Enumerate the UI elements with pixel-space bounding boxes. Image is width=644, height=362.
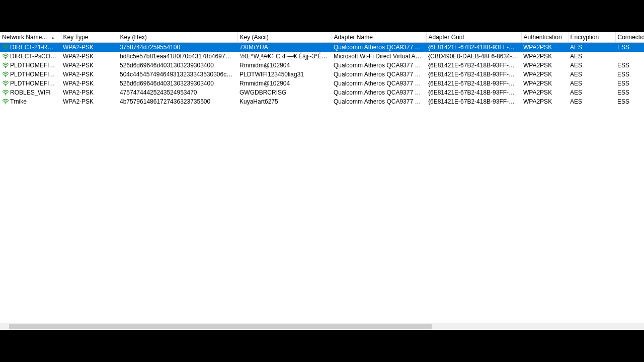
wifi-icon — [2, 45, 9, 51]
cell-ascii: KuyaHart6275 — [237, 97, 332, 106]
wifi-icon — [2, 71, 9, 77]
network-name-text: DIRECT-PsCOMP... — [10, 53, 61, 60]
cell-enc: AES — [568, 43, 615, 52]
network-name-text: ROBLES_WIFI — [10, 89, 51, 96]
cell-name: Trnike — [0, 97, 61, 106]
col-adapter-name[interactable]: Adapter Name — [332, 32, 426, 43]
cell-ascii: ½Œ^W¸ªA€÷ C ‹F—€ Éšjj~3*ÉÝ†:6¤ — [237, 52, 332, 61]
table-row[interactable]: PLDTHOMEFIBRTD...WPA2-PSK526d6d69646d403… — [0, 79, 644, 88]
cell-adapter: Qualcomm Atheros QCA9377 Wir... — [332, 88, 426, 97]
cell-name: PLDTHOMEFIBRTD... — [0, 79, 61, 88]
cell-name: PLDTHOMEFIBR_G... — [0, 70, 61, 79]
table-row[interactable]: DIRECT-PsCOMP...WPA2-PSKbd8c5e57b81eaa41… — [0, 52, 644, 61]
svg-point-3 — [5, 76, 6, 77]
cell-type: WPA2-PSK — [61, 61, 118, 70]
col-label: Network Name... — [2, 34, 47, 41]
cell-guid: {6E81421E-67B2-418B-93FF-B9DB... — [426, 61, 521, 70]
cell-auth: WPA2PSK — [521, 79, 568, 88]
cell-auth: WPA2PSK — [521, 88, 568, 97]
wifi-icon — [2, 53, 9, 59]
wifi-key-viewer-window: Network Name... ▴ Key Type Key (Hex) Key… — [0, 32, 644, 330]
col-authentication[interactable]: Authentication — [521, 32, 568, 43]
cell-auth: WPA2PSK — [521, 61, 568, 70]
col-key-type[interactable]: Key Type — [61, 32, 118, 43]
col-label: Authentication — [524, 34, 562, 41]
svg-point-2 — [5, 67, 6, 68]
cell-type: WPA2-PSK — [61, 97, 118, 106]
cell-conn — [615, 52, 644, 61]
cell-auth: WPA2PSK — [521, 43, 568, 52]
cell-hex: 4b7579614861727436323735500 — [118, 97, 237, 106]
col-adapter-guid[interactable]: Adapter Guid — [426, 32, 521, 43]
cell-hex: 504c445457494649313233343530306c69616733… — [118, 70, 237, 79]
cell-guid: {6E81421E-67B2-418B-93FF-B9DB... — [426, 88, 521, 97]
col-label: Key (Hex) — [120, 34, 147, 41]
cell-type: WPA2-PSK — [61, 52, 118, 61]
cell-ascii: GWGDBRCRISG — [237, 88, 332, 97]
cell-guid: {6E81421E-67B2-418B-93FF-B9DB... — [426, 43, 521, 52]
svg-point-4 — [5, 85, 6, 86]
col-label: Key (Ascii) — [240, 34, 269, 41]
table-row[interactable]: TrnikeWPA2-PSK4b757961486172743632373550… — [0, 97, 644, 106]
col-connection[interactable]: Connection — [615, 32, 644, 43]
cell-conn: ESS — [615, 43, 644, 52]
cell-enc: AES — [568, 61, 615, 70]
table-row[interactable]: DIRECT-21-RMX20...WPA2-PSK3758744d725955… — [0, 43, 644, 52]
cell-name: DIRECT-21-RMX20... — [0, 43, 61, 52]
svg-point-6 — [5, 104, 6, 105]
svg-point-1 — [5, 58, 6, 59]
cell-conn: ESS — [615, 88, 644, 97]
col-label: Key Type — [63, 34, 89, 41]
cell-hex: 3758744d7259554100 — [118, 43, 237, 52]
cell-name: PLDTHOMEFIBR5... — [0, 61, 61, 70]
table-row[interactable]: ROBLES_WIFIWPA2-PSK475747444252435249534… — [0, 88, 644, 97]
cell-type: WPA2-PSK — [61, 79, 118, 88]
cell-name: ROBLES_WIFI — [0, 88, 61, 97]
table-row[interactable]: PLDTHOMEFIBR5...WPA2-PSK526d6d69646d4031… — [0, 61, 644, 70]
col-encryption[interactable]: Encryption — [568, 32, 615, 43]
network-list[interactable]: Network Name... ▴ Key Type Key (Hex) Key… — [0, 32, 644, 323]
col-label: Connection — [618, 34, 645, 41]
col-key-hex[interactable]: Key (Hex) — [118, 32, 237, 43]
cell-ascii: Rmmidm@102904 — [237, 61, 332, 70]
cell-conn: ESS — [615, 97, 644, 106]
cell-adapter: Qualcomm Atheros QCA9377 Wir... — [332, 97, 426, 106]
cell-auth: WPA2PSK — [521, 52, 568, 61]
cell-hex: 526d6d69646d4031303239303400 — [118, 61, 237, 70]
cell-guid: {6E81421E-67B2-418B-93FF-B9DB... — [426, 97, 521, 106]
cell-guid: {6E81421E-67B2-418B-93FF-B9DB... — [426, 79, 521, 88]
cell-type: WPA2-PSK — [61, 43, 118, 52]
cell-ascii: PLDTWIFI123450liag31 — [237, 70, 332, 79]
letterbox-bottom — [0, 330, 644, 362]
network-name-text: PLDTHOMEFIBRTD... — [10, 80, 61, 87]
cell-guid: {6E81421E-67B2-418B-93FF-B9DB... — [426, 70, 521, 79]
cell-hex: 47574744425243524953470 — [118, 88, 237, 97]
cell-conn: ESS — [615, 61, 644, 70]
cell-ascii: Rmmidm@102904 — [237, 79, 332, 88]
horizontal-scrollbar[interactable] — [0, 323, 644, 330]
col-key-ascii[interactable]: Key (Ascii) — [237, 32, 332, 43]
cell-adapter: Qualcomm Atheros QCA9377 Wir... — [332, 70, 426, 79]
col-network-name[interactable]: Network Name... ▴ — [0, 32, 61, 43]
network-name-text: PLDTHOMEFIBR_G... — [10, 71, 61, 78]
scrollbar-thumb[interactable] — [9, 324, 432, 329]
letterbox-top — [0, 0, 644, 32]
cell-type: WPA2-PSK — [61, 70, 118, 79]
sort-asc-icon: ▴ — [52, 35, 54, 40]
wifi-icon — [2, 62, 9, 68]
cell-adapter: Qualcomm Atheros QCA9377 Wir... — [332, 61, 426, 70]
network-name-text: Trnike — [10, 98, 27, 105]
table-row[interactable]: PLDTHOMEFIBR_G...WPA2-PSK504c44545749464… — [0, 70, 644, 79]
network-name-text: PLDTHOMEFIBR5... — [10, 62, 61, 69]
network-table: Network Name... ▴ Key Type Key (Hex) Key… — [0, 32, 644, 106]
svg-point-5 — [5, 95, 6, 96]
cell-adapter: Qualcomm Atheros QCA9377 Wir... — [332, 43, 426, 52]
cell-hex: bd8c5e57b81eaa4180f70b43178b46978012c... — [118, 52, 237, 61]
svg-point-0 — [5, 49, 6, 50]
cell-enc: AES — [568, 70, 615, 79]
cell-ascii: 7XtMrYUA — [237, 43, 332, 52]
col-label: Adapter Guid — [429, 34, 464, 41]
cell-enc: AES — [568, 79, 615, 88]
cell-auth: WPA2PSK — [521, 97, 568, 106]
cell-enc: AES — [568, 88, 615, 97]
